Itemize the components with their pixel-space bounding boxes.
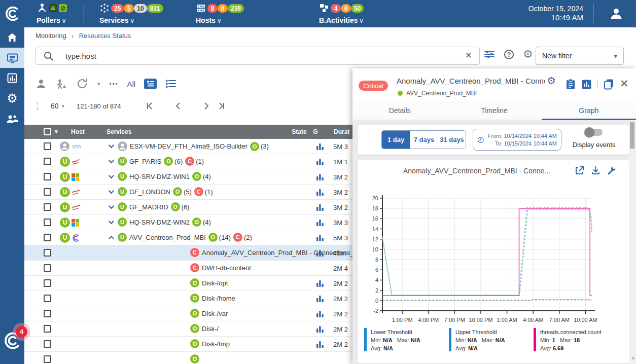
- row-checkbox[interactable]: [44, 264, 51, 272]
- graph-icon[interactable]: [316, 188, 324, 196]
- first-page-button[interactable]: [146, 102, 154, 110]
- acknowledge-clipboard-icon[interactable]: [566, 79, 576, 90]
- ba-badge-critical[interactable]: 4: [331, 4, 341, 13]
- row-checkbox[interactable]: [44, 325, 51, 333]
- sidebar-item-administration[interactable]: [0, 108, 24, 129]
- column-graph[interactable]: G: [310, 128, 321, 135]
- downtime-icon[interactable]: [55, 79, 67, 89]
- filter-dropdown[interactable]: New filter ▾: [536, 47, 624, 65]
- more-actions-icon[interactable]: ⋯: [109, 78, 119, 89]
- notification-badge[interactable]: 4: [16, 326, 27, 338]
- row-checkbox[interactable]: [44, 234, 51, 241]
- hosts-badge-warning[interactable]: 0: [218, 4, 228, 13]
- row-checkbox[interactable]: [44, 355, 51, 363]
- sort-icon[interactable]: ↑ ↓: [36, 101, 39, 111]
- graph-icon[interactable]: [316, 173, 324, 181]
- row-checkbox[interactable]: [44, 295, 51, 302]
- row-checkbox[interactable]: [44, 142, 51, 150]
- extended-view-toggle[interactable]: [165, 79, 176, 88]
- legend-item[interactable]: threads.connected.countMin: 1Max: 18Avg:…: [534, 328, 618, 352]
- hosts-badge-ok[interactable]: 239: [228, 4, 244, 13]
- breadcrumb-monitoring[interactable]: Monitoring: [36, 32, 66, 40]
- row-checkbox[interactable]: [44, 173, 51, 180]
- scroll-down-caret-icon[interactable]: ▾: [632, 355, 634, 361]
- period-31-days[interactable]: 31 days: [438, 131, 466, 149]
- services-badge-critical[interactable]: 25: [111, 4, 124, 13]
- select-all-checkbox[interactable]: [44, 128, 51, 135]
- centreon-logo[interactable]: [0, 0, 24, 27]
- graph-icon[interactable]: [316, 295, 324, 303]
- graph-icon[interactable]: [316, 234, 324, 242]
- refresh-caret-icon[interactable]: ▾: [97, 81, 100, 87]
- tab-graph[interactable]: Graph: [542, 101, 636, 120]
- services-badge-ok[interactable]: 831: [147, 4, 163, 13]
- expand-icon[interactable]: [108, 203, 115, 211]
- row-checkbox[interactable]: [44, 203, 51, 211]
- select-all-caret-icon[interactable]: ▾: [55, 128, 58, 135]
- row-checkbox[interactable]: [44, 249, 51, 257]
- ba-badge-warning[interactable]: 0: [341, 4, 351, 13]
- expand-icon[interactable]: [108, 188, 115, 196]
- sidebar-item-reporting[interactable]: [0, 68, 24, 88]
- compact-view-toggle[interactable]: [144, 79, 157, 89]
- expand-icon[interactable]: [108, 142, 115, 150]
- settings-gear-icon[interactable]: ⚙: [523, 49, 533, 60]
- view-all-link[interactable]: All: [127, 80, 136, 88]
- help-icon[interactable]: ?: [504, 50, 514, 59]
- row-checkbox[interactable]: [44, 340, 51, 348]
- breadcrumb-resources-status[interactable]: Resources Status: [79, 32, 131, 40]
- search-input[interactable]: [65, 47, 441, 64]
- panel-settings-gear-icon[interactable]: ⚙: [547, 76, 556, 86]
- legend-item[interactable]: Lower ThresholdMin: N/AMax: N/AAvg: N/A: [364, 328, 449, 352]
- pollers-menu[interactable]: Pollers∨: [37, 16, 67, 24]
- expand-icon[interactable]: [108, 158, 115, 165]
- row-checkbox[interactable]: [44, 279, 51, 287]
- open-in-new-icon[interactable]: [575, 166, 584, 175]
- download-icon[interactable]: [591, 166, 600, 175]
- ba-badge-ok[interactable]: 50: [351, 4, 364, 13]
- graph-icon[interactable]: [316, 279, 324, 287]
- collapse-icon[interactable]: [108, 234, 115, 241]
- poller-status-icon[interactable]: [59, 4, 67, 12]
- services-menu[interactable]: Services∨: [99, 16, 163, 24]
- row-checkbox[interactable]: [44, 219, 51, 226]
- hosts-badge-critical[interactable]: 8: [207, 4, 218, 13]
- period-7-days[interactable]: 7 days: [410, 131, 438, 149]
- period-1-day[interactable]: 1 day: [382, 131, 410, 149]
- wrench-icon[interactable]: [607, 166, 617, 175]
- hosts-menu[interactable]: Hosts∨: [196, 16, 244, 24]
- graph-icon[interactable]: [316, 310, 324, 318]
- sidebar-item-configuration[interactable]: ⚙: [0, 88, 24, 108]
- graph-icon[interactable]: [316, 219, 324, 227]
- row-checkbox[interactable]: [44, 158, 51, 165]
- panel-scrollbar-thumb[interactable]: [630, 122, 634, 149]
- refresh-icon[interactable]: [76, 78, 89, 89]
- graph-icon[interactable]: [316, 249, 324, 257]
- expand-icon[interactable]: [108, 173, 115, 180]
- clear-search-icon[interactable]: ✕: [465, 50, 472, 61]
- per-page-select[interactable]: 60 ▾: [51, 102, 64, 110]
- graph-icon[interactable]: [316, 340, 324, 348]
- expand-icon[interactable]: [108, 219, 115, 226]
- graph-icon[interactable]: [316, 203, 324, 211]
- time-range-picker[interactable]: From: 10/14/2024 10:44 AM To: 10/15/2024…: [473, 129, 561, 151]
- graph-icon[interactable]: [316, 142, 324, 151]
- advanced-filters-icon[interactable]: [484, 49, 495, 60]
- duplicate-icon[interactable]: [604, 79, 614, 90]
- legend-item[interactable]: Upper ThresholdMin: N/AMax: N/AAvg: N/A: [449, 328, 534, 352]
- tab-details[interactable]: Details: [352, 101, 447, 120]
- acknowledge-person-icon[interactable]: [36, 79, 47, 89]
- services-badge-warning[interactable]: 5: [124, 4, 134, 13]
- row-checkbox[interactable]: [44, 188, 51, 196]
- next-page-button[interactable]: [202, 102, 210, 110]
- last-page-button[interactable]: [218, 102, 226, 110]
- sidebar-item-home[interactable]: [0, 27, 24, 48]
- business-activities-menu[interactable]: B.Activities∨: [319, 16, 364, 24]
- row-checkbox[interactable]: [44, 310, 51, 317]
- graph-icon[interactable]: [316, 325, 324, 333]
- display-events-toggle[interactable]: [585, 129, 603, 136]
- chart-shortcut-icon[interactable]: [581, 79, 592, 90]
- column-services[interactable]: Services: [107, 128, 131, 135]
- services-badge-unknown[interactable]: 10: [134, 4, 147, 13]
- poller-latency-icon[interactable]: [49, 4, 57, 12]
